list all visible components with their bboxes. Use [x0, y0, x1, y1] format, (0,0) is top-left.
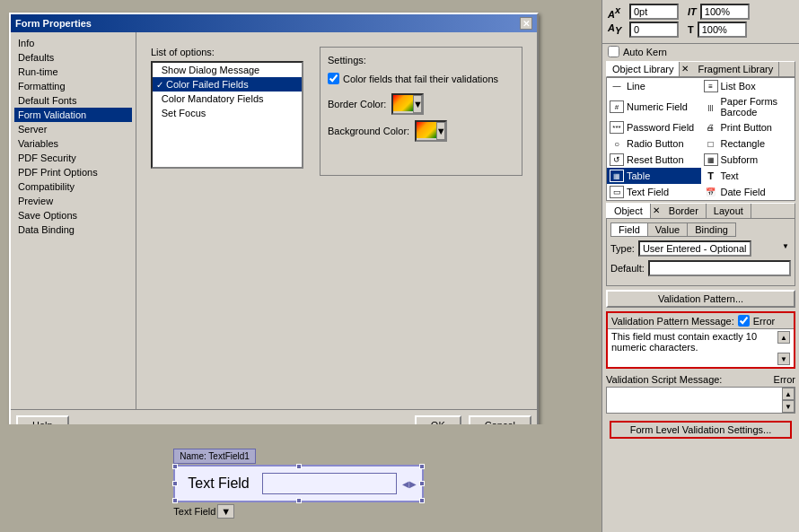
- handle-bc[interactable]: [296, 498, 302, 503]
- obj-item-barcode[interactable]: ||| Paper Forms Barcode: [701, 94, 795, 119]
- settings-label: Settings:: [328, 55, 514, 65]
- pattern-error-label: Error: [753, 316, 775, 327]
- tab-object-library-close[interactable]: ✕: [680, 62, 690, 76]
- option-color-failed[interactable]: ✓ Color Failed Fields: [153, 77, 302, 92]
- textfield-type-dropdown[interactable]: ▼: [217, 504, 234, 519]
- pct1-input[interactable]: [700, 4, 750, 20]
- resize-handle[interactable]: ◀▶: [402, 479, 417, 489]
- ay-input[interactable]: [629, 22, 679, 38]
- tab-binding[interactable]: Binding: [688, 223, 735, 236]
- pattern-error-checkbox[interactable]: [738, 315, 750, 327]
- close-button[interactable]: ✕: [520, 17, 532, 30]
- obj-item-textfield[interactable]: ▭ Text Field: [607, 184, 701, 200]
- nav-item-info[interactable]: Info: [14, 36, 132, 50]
- object-props-body: Field Value Binding Type: User Entered -…: [606, 218, 795, 286]
- obj-item-table[interactable]: ▦ Table: [607, 168, 701, 184]
- handle-br[interactable]: [419, 498, 425, 503]
- validation-pattern-button[interactable]: Validation Pattern...: [606, 290, 795, 308]
- nav-item-pdf-print[interactable]: PDF Print Options: [14, 165, 132, 179]
- obj-item-datefield[interactable]: 📅 Date Field: [701, 184, 795, 200]
- nav-item-default-fonts[interactable]: Default Fonts: [14, 93, 132, 108]
- handle-tr[interactable]: [419, 464, 425, 469]
- nav-item-save-options[interactable]: Save Options: [14, 208, 132, 222]
- nav-item-runtime[interactable]: Run-time: [14, 65, 132, 79]
- right-sidebar: Ax AY IT T Auto Kern Object Library: [601, 0, 799, 532]
- form-properties-dialog: Form Properties ✕ Info Defaults Run-time…: [9, 13, 539, 442]
- obj-item-text[interactable]: T Text: [701, 168, 795, 184]
- tab-layout[interactable]: Layout: [707, 204, 751, 218]
- option-label-show-dialog: Show Dialog Message: [162, 65, 259, 75]
- form-level-validation-button[interactable]: Form Level Validation Settings...: [610, 421, 792, 439]
- tab-field[interactable]: Field: [611, 223, 648, 236]
- nav-item-data-binding[interactable]: Data Binding: [14, 222, 132, 237]
- type-select-wrapper: User Entered - Optional: [638, 240, 791, 257]
- ax-label: Ax: [608, 4, 626, 20]
- textfield-input-area[interactable]: [262, 473, 397, 494]
- background-color-icon: [417, 122, 436, 138]
- nav-item-form-validation[interactable]: Form Validation: [14, 108, 132, 122]
- script-scroll-up[interactable]: ▲: [782, 388, 795, 400]
- obj-label-line: Line: [627, 81, 645, 92]
- obj-item-print[interactable]: 🖨 Print Button: [701, 119, 795, 135]
- type-row: Type: User Entered - Optional: [610, 240, 791, 257]
- obj-item-subform[interactable]: ▦ Subform: [701, 152, 795, 168]
- obj-label-numeric: Numeric Field: [627, 101, 688, 112]
- nav-item-pdf-security[interactable]: PDF Security: [14, 151, 132, 165]
- option-set-focus[interactable]: Set Focus: [153, 106, 302, 120]
- reset-icon: ↺: [610, 153, 624, 166]
- obj-item-reset[interactable]: ↺ Reset Button: [607, 152, 701, 168]
- tab-value[interactable]: Value: [648, 223, 688, 236]
- obj-item-line[interactable]: — Line: [607, 78, 701, 94]
- obj-item-rectangle[interactable]: □ Rectangle: [701, 135, 795, 152]
- obj-item-radio[interactable]: ○ Radio Button: [607, 135, 701, 152]
- option-color-mandatory[interactable]: Color Mandatory Fields: [153, 92, 302, 106]
- nav-item-server[interactable]: Server: [14, 122, 132, 136]
- nav-item-formatting[interactable]: Formatting: [14, 79, 132, 93]
- t-icon: T: [688, 24, 694, 35]
- textfield-icon: ▭: [610, 186, 624, 198]
- color-fields-label: Color fields that fail their validations: [343, 74, 498, 84]
- ay-label: AY: [608, 22, 626, 36]
- handle-tc[interactable]: [296, 464, 302, 469]
- obj-item-listbox[interactable]: ≡ List Box: [701, 78, 795, 94]
- subform-icon: ▦: [704, 153, 718, 166]
- scroll-down[interactable]: ▼: [777, 353, 790, 365]
- nav-item-compatibility[interactable]: Compatibility: [14, 179, 132, 194]
- handle-rc[interactable]: [419, 481, 425, 486]
- obj-label-textfield: Text Field: [627, 187, 669, 197]
- ax-input[interactable]: [629, 4, 679, 20]
- check-color-mandatory: [156, 94, 159, 104]
- type-select[interactable]: User Entered - Optional: [638, 240, 751, 257]
- handle-lc[interactable]: [172, 481, 178, 486]
- tab-object-close[interactable]: ✕: [651, 204, 662, 218]
- tab-fragment-library[interactable]: Fragment Library: [692, 62, 779, 76]
- ay-row: AY: [608, 22, 679, 38]
- scroll-up[interactable]: ▲: [777, 331, 790, 344]
- obj-item-password[interactable]: *** Password Field: [607, 119, 701, 135]
- nav-item-defaults[interactable]: Defaults: [14, 50, 132, 65]
- handle-bl[interactable]: [172, 498, 178, 503]
- numeric-icon: #: [610, 100, 624, 113]
- script-scroll-down[interactable]: ▼: [782, 400, 795, 413]
- left-panel: Info Defaults Run-time Formatting Defaul…: [11, 32, 136, 409]
- obj-item-numeric[interactable]: # Numeric Field: [607, 94, 701, 119]
- border-color-dropdown[interactable]: ▼: [413, 95, 422, 113]
- autokern-checkbox[interactable]: [608, 46, 619, 57]
- tab-object[interactable]: Object: [607, 204, 651, 218]
- position-props-right: IT T: [688, 4, 750, 39]
- pattern-message-textarea[interactable]: This field must contain exactly 10 numer…: [611, 331, 776, 365]
- color-fields-checkbox[interactable]: [328, 73, 339, 84]
- pct2-input[interactable]: [698, 22, 747, 38]
- dialog-titlebar: Form Properties ✕: [11, 14, 537, 32]
- nav-item-variables[interactable]: Variables: [14, 136, 132, 151]
- handle-tl[interactable]: [172, 464, 178, 469]
- tab-object-library[interactable]: Object Library: [607, 62, 680, 76]
- textfield-widget: Text Field ◀▶: [173, 465, 423, 502]
- tab-border[interactable]: Border: [662, 204, 707, 218]
- script-message-input[interactable]: [607, 388, 782, 406]
- object-library-grid: — Line ≡ List Box # Numeric Field ||| Pa…: [606, 77, 795, 201]
- default-input[interactable]: [648, 260, 791, 276]
- background-color-dropdown[interactable]: ▼: [436, 122, 445, 140]
- nav-item-preview[interactable]: Preview: [14, 194, 132, 208]
- option-show-dialog[interactable]: Show Dialog Message: [153, 63, 302, 77]
